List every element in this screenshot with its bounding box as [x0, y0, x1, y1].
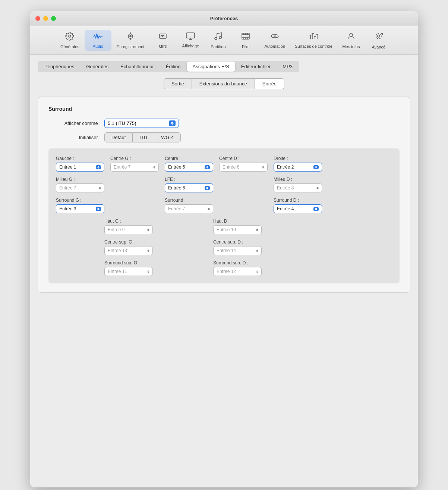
stepper-centre-sup-d[interactable]: Entrée 14: [213, 246, 262, 255]
cell-milieu-d: Milieu D : Entrée 8: [274, 177, 322, 192]
down-icon: [256, 230, 258, 231]
tab-assignations[interactable]: Assignations E/S: [187, 62, 235, 72]
toolbar-item-mesinfos[interactable]: Mes infos: [338, 29, 365, 51]
up-icon: [153, 166, 155, 167]
subtab-sortie[interactable]: Sortie: [164, 78, 192, 89]
stepper-surround-d[interactable]: Entrée 4: [274, 204, 322, 213]
stepper-milieu-g[interactable]: Entrée 7: [56, 183, 104, 192]
tab-echantillonneur[interactable]: Échantillonneur: [114, 62, 160, 72]
tab-generales[interactable]: Générales: [80, 62, 114, 72]
stepper-centre-sup-g[interactable]: Entrée 13: [104, 246, 153, 255]
subtab-entree[interactable]: Entrée: [255, 78, 284, 89]
up-icon: [97, 208, 100, 209]
maximize-button[interactable]: [51, 16, 56, 21]
tab-editeur[interactable]: Éditeur fichier: [235, 62, 277, 72]
arrow-up-icon: [171, 122, 174, 123]
btn-wg4[interactable]: WG-4: [154, 132, 181, 142]
main-panel: Surround Afficher comme : 5.1 (ITU 775) …: [38, 97, 410, 293]
stepper-surround-sup-d[interactable]: Entrée 12: [213, 267, 262, 276]
stepper-centre[interactable]: Entrée 5: [165, 163, 213, 172]
automation-icon: [270, 32, 280, 43]
up-icon: [206, 187, 208, 188]
down-icon: [147, 230, 149, 231]
tab-bar: Périphériques Générales Échantillonneur …: [38, 61, 299, 72]
toolbar-item-affichage[interactable]: Affichage: [177, 30, 204, 50]
centre-label: Centre :: [165, 156, 213, 161]
cell-milieu-g: Milieu G : Entrée 7: [56, 177, 104, 192]
svg-point-39: [350, 33, 353, 36]
stepper-arrows-centre-sup-d: [256, 249, 258, 252]
svg-point-15: [219, 37, 221, 39]
svg-point-40: [378, 35, 380, 37]
toolbar-label-midi: MIDI: [159, 44, 167, 49]
stepper-arrows-surround-d: [313, 207, 319, 211]
toolbar-item-midi[interactable]: MIDI: [149, 29, 176, 51]
down-icon: [97, 167, 100, 169]
stepper-centre-g[interactable]: Entrée 7: [110, 163, 159, 172]
toolbar-item-generales[interactable]: Générales: [56, 29, 84, 51]
stepper-arrows-lfe: [205, 186, 210, 190]
stepper-arrows-centre-g: [153, 166, 155, 169]
window-controls: [35, 16, 56, 21]
close-button[interactable]: [35, 16, 40, 21]
btn-itu[interactable]: ITU: [133, 132, 154, 142]
toolbar-item-partition[interactable]: Partition: [205, 29, 231, 51]
tab-peripheriques[interactable]: Périphériques: [38, 62, 80, 72]
tab-edition[interactable]: Édition: [160, 62, 187, 72]
minimize-button[interactable]: [43, 16, 48, 21]
afficher-value: 5.1 (ITU 775): [108, 120, 136, 126]
stepper-arrows-haut-g: [147, 229, 149, 231]
svg-point-25: [271, 35, 274, 38]
down-icon: [206, 188, 208, 189]
toolbar-item-avance[interactable]: Avancé: [365, 29, 392, 51]
surfaces-icon: [309, 32, 319, 43]
stepper-lfe[interactable]: Entrée 6: [165, 183, 213, 192]
toolbar-item-surfaces[interactable]: Surfaces de contrôle: [290, 30, 337, 51]
svg-rect-11: [186, 33, 195, 38]
cell-surround-g: Surround G : Entrée 3: [56, 198, 104, 213]
window-title: Préférences: [210, 16, 238, 21]
film-icon: [241, 32, 250, 43]
stepper-arrows-surround-sup-g: [147, 270, 149, 273]
centre-sup-d-label: Centre sup. D :: [213, 239, 262, 245]
arrow-down-icon: [171, 123, 174, 125]
toolbar-label-audio: Audio: [93, 44, 103, 48]
audio-icon: [93, 32, 103, 43]
toolbar-item-audio[interactable]: Audio: [85, 30, 111, 51]
preferences-window: Préférences Générales Audio: [30, 11, 418, 487]
cell-surround-d: Surround D : Entrée 4: [274, 198, 322, 213]
haut-g-label: Haut G :: [104, 219, 153, 224]
midi-icon: [158, 32, 167, 43]
stepper-gauche[interactable]: Entrée 1: [56, 163, 104, 172]
stepper-arrows-milieu-g: [99, 187, 101, 189]
stepper-surround-sup-g[interactable]: Entrée 11: [104, 267, 153, 276]
initialiser-row: Initialiser : Défaut ITU WG-4: [48, 132, 400, 142]
afficher-dropdown[interactable]: 5.1 (ITU 775): [104, 119, 179, 128]
stepper-arrows-surround-sup-d: [256, 270, 258, 273]
stepper-surround-g[interactable]: Entrée 3: [56, 204, 104, 213]
down-icon: [206, 167, 208, 169]
up-icon: [147, 249, 149, 251]
toolbar-item-film[interactable]: Film: [232, 29, 259, 51]
subtab-extensions[interactable]: Extensions du bounce: [192, 78, 255, 89]
stepper-arrows-milieu-d: [316, 187, 319, 189]
stepper-milieu-d[interactable]: Entrée 8: [274, 183, 322, 192]
toolbar-item-automation[interactable]: Automation: [260, 30, 290, 51]
toolbar-item-enregistrement[interactable]: Enregistrement: [112, 29, 149, 51]
btn-defaut[interactable]: Défaut: [104, 132, 133, 142]
down-icon: [97, 209, 100, 210]
stepper-haut-g[interactable]: Entrée 9: [104, 225, 153, 234]
tab-mp3[interactable]: MP3: [277, 62, 299, 72]
cell-gauche: Gauche : Entrée 1: [56, 156, 104, 172]
up-icon: [208, 208, 210, 209]
surround-sup-g-label: Surround sup. G :: [104, 260, 153, 266]
affichage-icon: [186, 32, 195, 42]
cell-centre: Centre : Entrée 5: [165, 156, 213, 172]
down-icon: [147, 251, 149, 252]
stepper-haut-d[interactable]: Entrée 10: [213, 225, 262, 234]
stepper-centre-d[interactable]: Entrée 8: [219, 163, 268, 172]
stepper-droite[interactable]: Entrée 2: [274, 163, 322, 172]
cell-centre-d: Centre D : Entrée 8: [219, 156, 268, 172]
down-icon: [153, 167, 155, 169]
stepper-surround[interactable]: Entrée 7: [165, 204, 213, 213]
